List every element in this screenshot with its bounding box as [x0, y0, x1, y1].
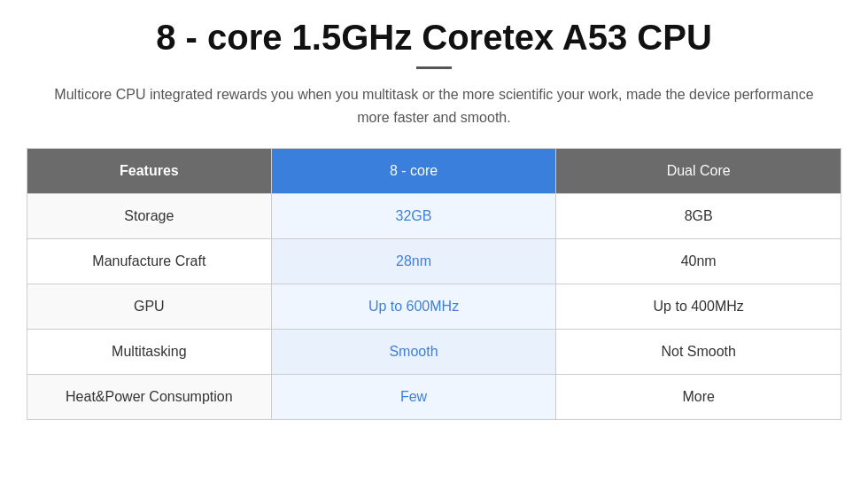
row-dualcore-value: Not Smooth [556, 330, 841, 375]
table-row: GPUUp to 600MHzUp to 400MHz [27, 284, 841, 330]
subtitle: Multicore CPU integrated rewards you whe… [53, 83, 815, 128]
row-dualcore-value: Up to 400MHz [556, 284, 841, 330]
row-dualcore-value: 8GB [556, 194, 841, 239]
header-dualcore: Dual Core [556, 149, 841, 194]
row-8core-value: 28nm [271, 239, 556, 284]
row-feature-label: Multitasking [27, 330, 272, 375]
row-feature-label: Storage [27, 194, 272, 239]
table-row: Heat&Power ConsumptionFewMore [27, 375, 841, 420]
row-feature-label: Manufacture Craft [27, 239, 272, 284]
row-feature-label: GPU [27, 284, 272, 330]
row-dualcore-value: More [556, 375, 841, 420]
row-feature-label: Heat&Power Consumption [27, 375, 272, 420]
row-8core-value: Few [271, 375, 556, 420]
table-row: Manufacture Craft28nm40nm [27, 239, 841, 284]
table-row: Storage32GB8GB [27, 194, 841, 239]
row-dualcore-value: 40nm [556, 239, 841, 284]
page-container: 8 - core 1.5GHz Coretex A53 CPU Multicor… [0, 0, 868, 490]
table-row: MultitaskingSmoothNot Smooth [27, 330, 841, 375]
row-8core-value: Smooth [271, 330, 556, 375]
title-divider [416, 66, 452, 69]
header-8core: 8 - core [271, 149, 556, 194]
row-8core-value: Up to 600MHz [271, 284, 556, 330]
main-title: 8 - core 1.5GHz Coretex A53 CPU [156, 18, 712, 58]
comparison-table: Features 8 - core Dual Core Storage32GB8… [27, 148, 841, 420]
header-features: Features [27, 149, 272, 194]
table-header-row: Features 8 - core Dual Core [27, 149, 841, 194]
row-8core-value: 32GB [271, 194, 556, 239]
